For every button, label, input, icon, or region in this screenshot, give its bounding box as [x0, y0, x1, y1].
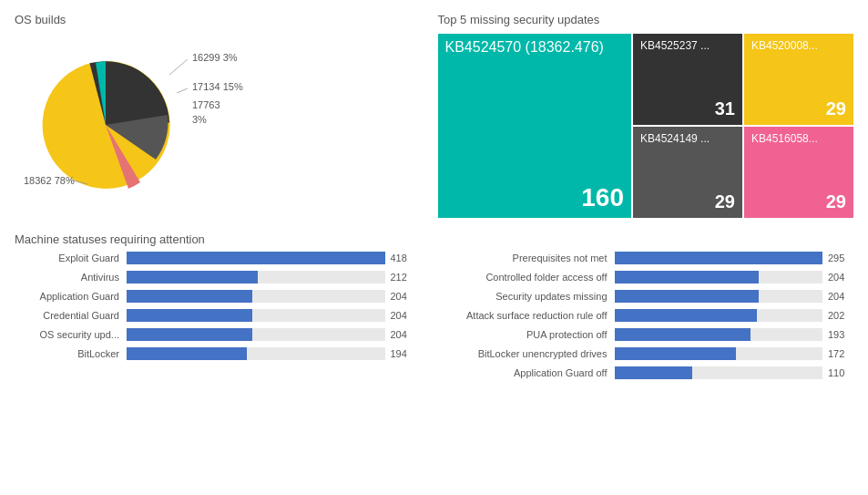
- bar-row-pua: PUA protection off 193: [453, 328, 854, 341]
- bar-label-credguard: Credential Guard: [15, 310, 119, 321]
- bar-track-pua: [615, 328, 823, 341]
- bar-fill-appguard: [127, 290, 252, 303]
- cell-large-count: 160: [581, 183, 624, 212]
- bar-fill-exploit: [127, 252, 385, 264]
- bar-track-appguard: [127, 290, 385, 303]
- treemap-cell-large[interactable]: KB4524570 (18362.476) 160: [438, 34, 632, 218]
- bar-row-prereq: Prerequisites not met 295: [453, 252, 854, 264]
- treemap-cell-dark1[interactable]: KB4525237 ... 31: [633, 34, 742, 125]
- bar-fill-antivirus: [127, 271, 258, 284]
- bar-track-antivirus: [127, 271, 385, 284]
- bar-label-prereq: Prerequisites not met: [453, 253, 608, 263]
- bar-row-secupd: Security updates missing 204: [453, 290, 854, 303]
- treemap-cell-pink[interactable]: KB4516058... 29: [744, 127, 853, 218]
- cell-dark1-title: KB4525237 ...: [640, 39, 735, 52]
- cell-yellow-title: KB4520008...: [751, 39, 846, 52]
- bar-track-prereq: [615, 252, 823, 264]
- cell-dark2-count: 29: [715, 191, 735, 212]
- bar-track-appguard-off: [615, 366, 823, 379]
- label-17763-pct: 3%: [192, 114, 207, 125]
- bar-label-ossecupd: OS security upd...: [15, 329, 119, 340]
- security-updates-title: Top 5 missing security updates: [438, 13, 854, 26]
- bar-label-appguard: Application Guard: [15, 291, 119, 302]
- bar-value-bitlocker-r: 172: [828, 348, 853, 359]
- bar-value-asr: 202: [828, 310, 853, 321]
- bar-row-bitlocker-r: BitLocker unencrypted drives 172: [453, 347, 854, 360]
- treemap-cell-dark2[interactable]: KB4524149 ... 29: [633, 127, 742, 218]
- bar-value-appguard-off: 110: [828, 367, 853, 378]
- bar-row-bitlocker-l: BitLocker 194: [15, 347, 416, 360]
- label-17763: 17763: [192, 99, 220, 110]
- bar-label-antivirus: Antivirus: [15, 272, 119, 283]
- bar-track-exploit: [127, 252, 385, 264]
- bar-row-appguard-off: Application Guard off 110: [453, 366, 854, 379]
- bar-value-cfa: 204: [828, 272, 853, 283]
- security-updates-section: Top 5 missing security updates KB4524570…: [438, 9, 854, 222]
- bar-row-credguard: Credential Guard 204: [15, 309, 416, 322]
- bar-value-exploit: 418: [391, 253, 416, 263]
- bar-label-asr: Attack surface reduction rule off: [453, 310, 608, 321]
- bar-track-asr: [615, 309, 823, 322]
- machine-statuses-title: Machine statuses requiring attention: [15, 232, 205, 246]
- left-bar-chart: Exploit Guard 418 Antivirus 212 Applicat…: [15, 252, 416, 386]
- treemap-cell-yellow[interactable]: KB4520008... 29: [744, 34, 853, 125]
- bar-value-credguard: 204: [391, 310, 416, 321]
- bar-track-bitlocker-r: [615, 347, 823, 360]
- bar-row-cfa: Controlled folder access off 204: [453, 271, 854, 284]
- bar-track-bitlocker-l: [127, 347, 385, 360]
- bar-fill-appguard-off: [615, 366, 692, 379]
- cell-pink-title: KB4516058...: [751, 132, 846, 145]
- bar-label-pua: PUA protection off: [453, 329, 608, 340]
- label-18362: 18362 78%: [24, 175, 75, 186]
- bar-value-antivirus: 212: [391, 272, 416, 283]
- bar-track-cfa: [615, 271, 823, 284]
- label-17134: 17134 15%: [192, 81, 243, 92]
- bar-fill-bitlocker-r: [615, 347, 736, 360]
- bar-label-cfa: Controlled folder access off: [453, 272, 608, 283]
- cell-yellow-count: 29: [826, 98, 846, 119]
- label-16299: 16299 3%: [192, 52, 238, 63]
- bar-track-ossecupd: [127, 328, 385, 341]
- right-bar-chart: Prerequisites not met 295 Controlled fol…: [453, 252, 854, 386]
- bar-track-credguard: [127, 309, 385, 322]
- bar-label-bitlocker-l: BitLocker: [15, 348, 119, 359]
- bar-fill-bitlocker-l: [127, 347, 247, 360]
- bar-label-exploit: Exploit Guard: [15, 253, 119, 263]
- bar-value-appguard: 204: [391, 291, 416, 302]
- bar-value-bitlocker-l: 194: [391, 348, 416, 359]
- cell-pink-count: 29: [826, 191, 846, 212]
- bar-fill-secupd: [615, 290, 759, 303]
- os-builds-section: OS builds 16299 3% 17134 15% 17763 3% 18…: [15, 9, 431, 222]
- bar-label-appguard-off: Application Guard off: [453, 367, 608, 378]
- bar-row-antivirus: Antivirus 212: [15, 271, 416, 284]
- bar-row-exploit: Exploit Guard 418: [15, 252, 416, 264]
- bar-fill-credguard: [127, 309, 252, 322]
- cell-dark1-count: 31: [715, 98, 735, 119]
- cell-dark2-title: KB4524149 ...: [640, 132, 735, 145]
- bar-value-secupd: 204: [828, 291, 853, 302]
- pie-container: 16299 3% 17134 15% 17763 3% 18362 78%: [15, 34, 431, 216]
- bar-label-secupd: Security updates missing: [453, 291, 608, 302]
- bar-fill-asr: [615, 309, 758, 322]
- bar-fill-ossecupd: [127, 328, 252, 341]
- bar-value-prereq: 295: [828, 253, 853, 263]
- bar-label-bitlocker-r: BitLocker unencrypted drives: [453, 348, 608, 359]
- bar-track-secupd: [615, 290, 823, 303]
- bar-value-pua: 193: [828, 329, 853, 340]
- cell-large-title: KB4524570 (18362.476): [445, 39, 625, 56]
- machine-statuses-section: Machine statuses requiring attention Exp…: [15, 229, 853, 389]
- bar-row-ossecupd: OS security upd... 204: [15, 328, 416, 341]
- bar-fill-cfa: [615, 271, 759, 284]
- bar-fill-prereq: [615, 252, 823, 264]
- bar-row-asr: Attack surface reduction rule off 202: [453, 309, 854, 322]
- bar-value-ossecupd: 204: [391, 329, 416, 340]
- bar-row-appguard: Application Guard 204: [15, 290, 416, 303]
- os-builds-title: OS builds: [15, 13, 431, 26]
- treemap: KB4524570 (18362.476) 160 KB4525237 ... …: [438, 34, 854, 218]
- bar-fill-pua: [615, 328, 751, 341]
